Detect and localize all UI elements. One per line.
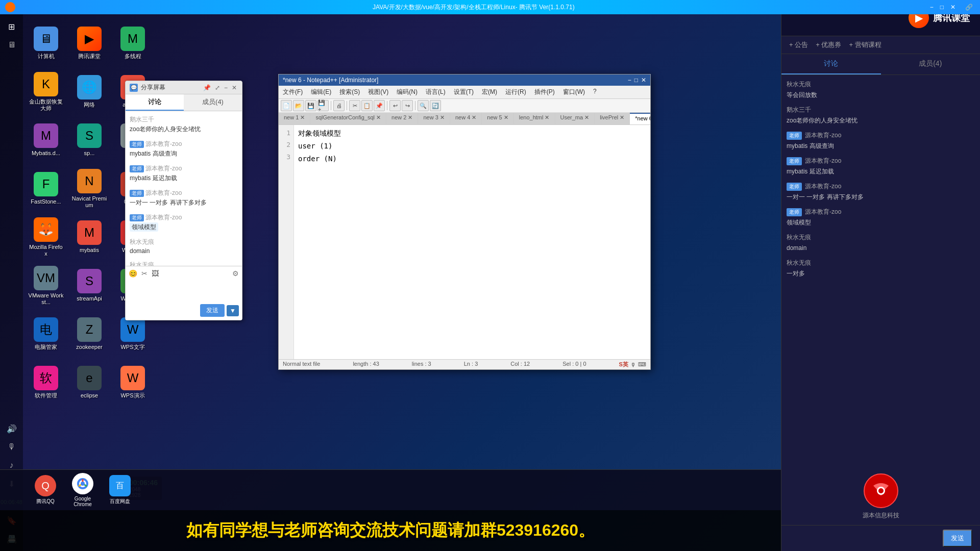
minimize-btn[interactable]: −	[928, 4, 936, 11]
icon-multithread[interactable]: M 多线程	[112, 20, 153, 66]
menu-view[interactable]: 视图(V)	[364, 87, 393, 97]
chat-minimize-btn[interactable]: −	[223, 84, 229, 91]
top-bar-controls: − □ ✕ 🔗	[928, 4, 975, 11]
sidebar-mic[interactable]: 🎙	[5, 440, 19, 454]
menu-settings[interactable]: 设置(T)	[450, 87, 478, 97]
chat-send-button[interactable]: 发送	[200, 304, 225, 317]
notepad-close[interactable]: ✕	[641, 77, 646, 84]
taskbar-qq[interactable]: Q 腾讯QQ	[31, 472, 60, 508]
tab-leno-html[interactable]: leno_html ✕	[514, 113, 555, 124]
icon-firefox[interactable]: 🦊 Mozilla Firefox	[26, 214, 66, 260]
icon-tencent-class[interactable]: ▶ 腾讯课堂	[69, 20, 110, 66]
wps-present-icon: W	[120, 366, 145, 390]
icon-eclipse[interactable]: e eclipse	[69, 360, 110, 406]
tab-sqlconfig[interactable]: sqlGeneratorConfig_sql ✕	[310, 113, 386, 124]
tb-find[interactable]: 🔍	[418, 100, 429, 111]
tab-new6-active[interactable]: *new 6 ✕	[630, 113, 650, 124]
tb-copy[interactable]: 📋	[361, 100, 373, 111]
icon-mybatis-d[interactable]: M Mybatis.d...	[26, 117, 66, 163]
tb-saveall[interactable]: 💾+	[317, 100, 329, 111]
tb-cut[interactable]: ✂	[349, 100, 360, 111]
icon-vmware[interactable]: VM VMware Workst...	[26, 263, 66, 309]
right-tab-discuss[interactable]: 讨论	[781, 54, 881, 74]
icon-streamapi[interactable]: S streamApi	[69, 263, 110, 309]
tab-new4[interactable]: new 4 ✕	[450, 113, 482, 124]
tb-paste[interactable]: 📌	[374, 100, 385, 111]
tb-redo[interactable]: ↪	[402, 100, 413, 111]
tab-new5[interactable]: new 5 ✕	[482, 113, 513, 124]
close-btn[interactable]: ✕	[948, 4, 958, 11]
icon-computer[interactable]: 🖥 计算机	[26, 20, 66, 66]
tb-open[interactable]: 📂	[293, 100, 304, 111]
icon-mybatis[interactable]: M mybatis	[69, 214, 110, 260]
chat-send-row: 发送 ▼	[129, 304, 239, 317]
tab-livepre[interactable]: livePrel ✕	[595, 113, 630, 124]
icon-pcmanager[interactable]: 电 电脑管家	[26, 311, 66, 357]
sidebar-volume[interactable]: 🔊	[5, 421, 19, 436]
chat-window: 💬 分享屏幕 📌 ⤢ − ✕ 讨论 成员(4) 鹅水三千 zoo老师你的人身安全…	[125, 81, 242, 320]
chat-close-btn[interactable]: ✕	[231, 84, 238, 91]
icon-software-manage[interactable]: 软 软件管理	[26, 360, 66, 406]
right-sender-name-3: 源本教育-zoo	[805, 131, 841, 140]
icon-tencent-label: 腾讯课堂	[78, 53, 101, 60]
tab-new1[interactable]: new 1 ✕	[279, 113, 310, 124]
menu-run[interactable]: 运行(R)	[501, 87, 530, 97]
taskbar-baidu[interactable]: 百 百度网盘	[105, 472, 135, 508]
menu-marketing[interactable]: + 营销课程	[849, 40, 881, 49]
menu-coupon[interactable]: + 优惠券	[816, 40, 841, 49]
tb-undo[interactable]: ↩	[389, 100, 401, 111]
external-link-icon[interactable]: 🔗	[963, 4, 975, 11]
icon-zookeeper[interactable]: Z zookeeper	[69, 311, 110, 357]
menu-announcement[interactable]: + 公告	[789, 40, 808, 49]
taskbar-qq-label: 腾讯QQ	[36, 498, 55, 505]
menu-macro[interactable]: 宏(M)	[478, 87, 501, 97]
tab-new2[interactable]: new 2 ✕	[386, 113, 418, 124]
icon-sp[interactable]: S sp...	[69, 117, 110, 163]
right-send-button[interactable]: 发送	[943, 530, 972, 547]
notepad-maximize[interactable]: □	[634, 77, 638, 84]
scissors-btn[interactable]: ✂	[141, 269, 148, 278]
icon-network[interactable]: 🌐 网络	[69, 69, 110, 115]
chat-pin-btn[interactable]: 📌	[202, 84, 212, 91]
tab-user-ma[interactable]: User_ma ✕	[555, 113, 595, 124]
menu-help[interactable]: ?	[589, 87, 601, 97]
notepad-tabs: new 1 ✕ sqlGeneratorConfig_sql ✕ new 2 ✕…	[279, 113, 650, 125]
menu-encode[interactable]: 编码(N)	[393, 87, 422, 97]
notepad-minimize[interactable]: −	[628, 77, 631, 84]
menu-window[interactable]: 窗口(W)	[559, 87, 589, 97]
chat-tab-discuss[interactable]: 讨论	[126, 94, 184, 111]
icon-wps-present-label: WPS演示	[120, 392, 144, 399]
tab-new3[interactable]: new 3 ✕	[418, 113, 450, 124]
chat-expand-btn[interactable]: ⤢	[214, 84, 221, 91]
notepad-editor[interactable]: 对象领域模型 user (1) order (N)	[294, 125, 650, 359]
settings-btn[interactable]: ⚙	[232, 269, 239, 278]
emoji-btn[interactable]: 😊	[129, 269, 137, 278]
icon-wps-present[interactable]: W WPS演示	[112, 360, 153, 406]
chat-sender-3: 老师源本教育-zoo	[130, 164, 238, 173]
icon-faststone[interactable]: F FastStone...	[26, 166, 66, 212]
menu-edit[interactable]: 编辑(E)	[307, 87, 335, 97]
tb-new[interactable]: 📄	[281, 100, 292, 111]
chat-tab-members[interactable]: 成员(4)	[184, 94, 242, 111]
menu-plugin[interactable]: 插件(P)	[530, 87, 559, 97]
menu-file[interactable]: 文件(F)	[279, 87, 307, 97]
navicat-icon: N	[77, 169, 102, 193]
icon-navicat[interactable]: N Navicat Premium	[69, 166, 110, 212]
taskbar-chrome[interactable]: GoogleChrome	[68, 470, 97, 510]
chat-send-dropdown[interactable]: ▼	[227, 305, 239, 316]
chat-messages: 鹅水三千 zoo老师你的人身安全堵忧 老师源本教育-zoo mybatis 高级…	[126, 111, 242, 266]
menu-search[interactable]: 搜索(S)	[335, 87, 364, 97]
tb-save[interactable]: 💾	[305, 100, 316, 111]
sidebar-screen[interactable]: 🖥	[5, 38, 19, 52]
yuanben-logo: 源本信息科技	[863, 473, 899, 520]
maximize-btn[interactable]: □	[938, 4, 946, 11]
sidebar-home[interactable]: ⊞	[5, 19, 19, 34]
chat-input[interactable]	[129, 280, 239, 300]
right-tab-members[interactable]: 成员(4)	[881, 54, 981, 74]
image-btn[interactable]: 🖼	[152, 269, 159, 278]
icon-kingsoft-recovery[interactable]: K 金山数据恢复大师	[26, 69, 66, 115]
right-msg-text-4: mybatis 延迟加载	[787, 167, 975, 176]
tb-print[interactable]: 🖨	[333, 100, 345, 111]
menu-language[interactable]: 语言(L)	[422, 87, 450, 97]
tb-replace[interactable]: 🔄	[430, 100, 441, 111]
